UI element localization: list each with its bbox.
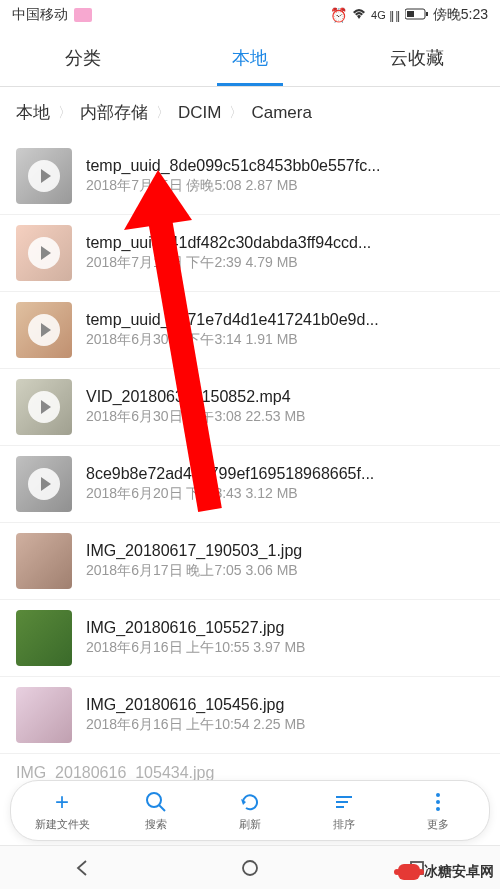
list-item[interactable]: 8ce9b8e72ad486799ef169518968665f... 2018… [0,446,500,523]
file-meta: 2018年6月16日 上午10:55 3.97 MB [86,639,484,657]
carrier-label: 中国移动 [12,6,68,24]
list-item[interactable]: VID_20180630_150852.mp4 2018年6月30日 下午3:0… [0,369,500,446]
search-icon [143,789,169,815]
list-item[interactable]: IMG_20180617_190503_1.jpg 2018年6月17日 晚上7… [0,523,500,600]
thumbnail [16,379,72,435]
clock-label: 傍晚5:23 [433,6,488,24]
thumbnail [16,687,72,743]
bottom-toolbar: + 新建文件夹 搜索 刷新 排序 更多 [10,780,490,841]
file-meta: 2018年6月30日 下午3:08 22.53 MB [86,408,484,426]
toolbar-label: 排序 [333,817,355,832]
play-icon [28,160,60,192]
toolbar-label: 更多 [427,817,449,832]
chevron-right-icon: 〉 [156,104,170,122]
svg-line-7 [159,805,165,811]
play-icon [28,391,60,423]
chevron-right-icon: 〉 [58,104,72,122]
file-meta: 2018年6月16日 上午10:54 2.25 MB [86,716,484,734]
file-meta: 2018年6月17日 晚上7:05 3.06 MB [86,562,484,580]
thumbnail [16,610,72,666]
refresh-button[interactable]: 刷新 [203,789,297,832]
new-folder-button[interactable]: + 新建文件夹 [15,789,109,832]
watermark-text: 冰糖安卓网 [424,863,494,881]
watermark: 冰糖安卓网 [398,863,494,881]
svg-point-12 [436,793,440,797]
more-icon [425,789,451,815]
thumbnail [16,533,72,589]
sort-button[interactable]: 排序 [297,789,391,832]
plus-icon: + [49,789,75,815]
tab-classify[interactable]: 分类 [0,30,167,86]
toolbar-label: 新建文件夹 [35,817,90,832]
search-button[interactable]: 搜索 [109,789,203,832]
list-item[interactable]: IMG_20180616_105527.jpg 2018年6月16日 上午10:… [0,600,500,677]
toolbar-label: 搜索 [145,817,167,832]
list-item[interactable]: IMG_20180616_105456.jpg 2018年6月16日 上午10:… [0,677,500,754]
thumbnail [16,456,72,512]
file-name: temp_uuid_8de099c51c8453bb0e557fc... [86,157,484,175]
battery-icon [405,7,429,23]
status-bar: 中国移动 ⏰ 4G ‖‖ 傍晚5:23 [0,0,500,30]
file-name: IMG_20180617_190503_1.jpg [86,542,484,560]
svg-point-14 [436,807,440,811]
file-name: IMG_20180616_105456.jpg [86,696,484,714]
home-button[interactable] [239,857,261,879]
file-meta: 2018年6月20日 下午3:43 3.12 MB [86,485,484,503]
file-list: temp_uuid_8de099c51c8453bb0e557fc... 201… [0,138,500,792]
tab-cloud[interactable]: 云收藏 [333,30,500,86]
file-meta: 2018年6月30日 下午3:14 1.91 MB [86,331,484,349]
alarm-icon: ⏰ [330,7,347,23]
play-icon [28,314,60,346]
svg-rect-2 [407,11,414,17]
signal-icon: 4G ‖‖ [371,9,401,22]
breadcrumb: 本地 〉 内部存储 〉 DCIM 〉 Camera [0,87,500,138]
chevron-right-icon: 〉 [229,104,243,122]
tab-local[interactable]: 本地 [167,30,334,86]
more-button[interactable]: 更多 [391,789,485,832]
notification-icon [74,8,92,22]
svg-rect-1 [426,12,428,16]
file-name: VID_20180630_150852.mp4 [86,388,484,406]
file-name: 8ce9b8e72ad486799ef169518968665f... [86,465,484,483]
toolbar-label: 刷新 [239,817,261,832]
play-icon [28,468,60,500]
thumbnail [16,225,72,281]
refresh-icon [237,789,263,815]
svg-point-13 [436,800,440,804]
sort-icon [331,789,357,815]
list-item[interactable]: temp_uuid_8de099c51c8453bb0e557fc... 201… [0,138,500,215]
svg-point-15 [243,861,257,875]
file-name: IMG_20180616_105527.jpg [86,619,484,637]
breadcrumb-item[interactable]: 本地 [16,101,50,124]
file-meta: 2018年7月15日 傍晚5:08 2.87 MB [86,177,484,195]
thumbnail [16,302,72,358]
breadcrumb-item[interactable]: 内部存储 [80,101,148,124]
thumbnail [16,148,72,204]
back-button[interactable] [72,857,94,879]
breadcrumb-item[interactable]: Camera [251,103,311,123]
wifi-icon [351,7,367,23]
top-tabs: 分类 本地 云收藏 [0,30,500,87]
play-icon [28,237,60,269]
file-name: temp_uuid_0b71e7d4d1e417241b0e9d... [86,311,484,329]
breadcrumb-item[interactable]: DCIM [178,103,221,123]
file-name: temp_uuid_41df482c30dabda3ff94ccd... [86,234,484,252]
svg-point-6 [147,793,161,807]
file-meta: 2018年7月15日 下午2:39 4.79 MB [86,254,484,272]
watermark-logo-icon [398,864,420,880]
list-item[interactable]: temp_uuid_41df482c30dabda3ff94ccd... 201… [0,215,500,292]
list-item[interactable]: temp_uuid_0b71e7d4d1e417241b0e9d... 2018… [0,292,500,369]
